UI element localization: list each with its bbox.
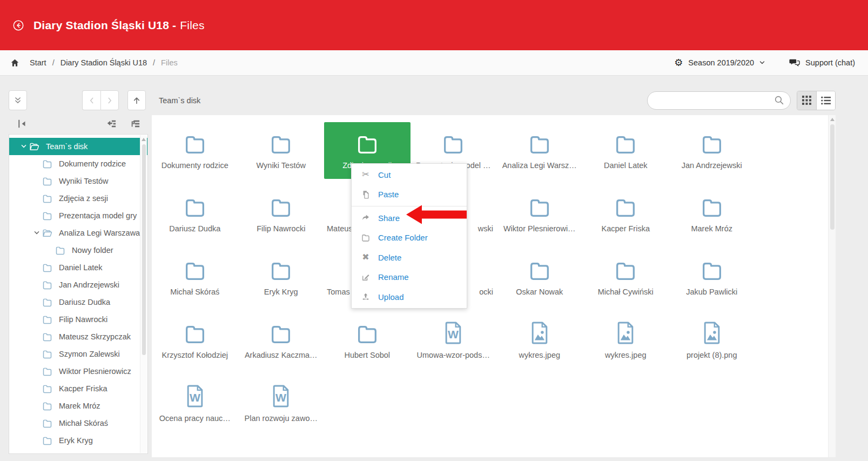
scrollbar-thumb[interactable] <box>830 124 835 230</box>
file-item-projekt-8-png[interactable]: projekt (8).png <box>669 312 755 369</box>
breadcrumb-item-start[interactable]: Start <box>30 58 46 67</box>
gear-icon: ⚙ <box>674 58 683 68</box>
breadcrumb-separator: / <box>52 58 55 67</box>
folder-item-eryk-kryg[interactable]: Eryk Kryg <box>238 249 325 305</box>
tree-item-jan-andrzejewski[interactable]: Jan Andrzejewski <box>9 276 147 293</box>
context-menu-item-upload[interactable]: Upload <box>352 287 467 307</box>
tree-item-szymon-zalewski[interactable]: Szymon Zalewski <box>9 345 147 363</box>
tree-indent <box>32 212 42 219</box>
tree-item-label: Tomasz Kaczmarek <box>59 453 127 454</box>
tree-indent <box>32 161 42 167</box>
folder-item-micha-cywinski[interactable]: Michał Cywiński <box>583 249 669 305</box>
folder-item-dokumenty-rodzice[interactable]: Dokumenty rodzice <box>152 122 238 179</box>
tree-item-team-s-disk[interactable]: Team`s disk <box>9 138 147 155</box>
file-item-label: wykres.jpeg <box>583 351 669 359</box>
tree-indent <box>32 368 42 375</box>
folder-icon <box>613 249 638 283</box>
context-menu-item-cut[interactable]: ✂Cut <box>352 165 467 185</box>
folder-icon <box>183 122 207 157</box>
file-item-ocena-pracy-nauc[interactable]: WOcena pracy nauc… <box>152 375 238 432</box>
tree-item-daniel-latek[interactable]: Daniel Latek <box>9 259 147 276</box>
folder-item-oskar-nowak[interactable]: Oskar Nowak <box>496 249 583 305</box>
folder-item-analiza-legi-warsz[interactable]: Analiza Legi Warsz… <box>496 122 583 179</box>
folder-item-dariusz-dudka[interactable]: Dariusz Dudka <box>152 185 238 242</box>
tree-item-kacper-friska[interactable]: Kacper Friska <box>9 380 147 397</box>
scroll-up-caret[interactable] <box>830 118 835 121</box>
folder-item-filip-nawrocki[interactable]: Filip Nawrocki <box>238 185 325 242</box>
folder-item-marek-mroz[interactable]: Marek Mróz <box>669 185 755 242</box>
tree-item-nowy-folder[interactable]: Nowy folder <box>9 242 147 259</box>
tree-item-wiktor-plesnierowicz[interactable]: Wiktor Plesnierowicz <box>9 363 147 380</box>
folder-item-wiktor-plesnierowi[interactable]: Wiktor Plesnierowi… <box>496 185 583 242</box>
home-icon[interactable] <box>10 58 20 68</box>
search-icon[interactable] <box>774 95 784 105</box>
tree-item-dariusz-dudka[interactable]: Dariusz Dudka <box>9 293 147 311</box>
context-menu-item-paste[interactable]: Paste <box>352 185 467 205</box>
scroll-up-caret[interactable] <box>142 138 146 141</box>
current-location-label: Team`s disk <box>159 96 200 105</box>
tree-item-label: Dariusz Dudka <box>59 298 110 306</box>
folder-item-arkadiusz-kaczma[interactable]: Arkadiusz Kaczma… <box>238 312 325 369</box>
chevron-down-icon[interactable] <box>19 143 29 150</box>
folder-item-wyniki-testow[interactable]: Wyniki Testów <box>238 122 325 179</box>
tree-indent <box>32 316 42 323</box>
tree-item-mateusz-skrzypczak[interactable]: Mateusz Skrzypczak <box>9 328 147 345</box>
search-input[interactable] <box>647 91 791 110</box>
tree-item-wyniki-testow[interactable]: Wyniki Testów <box>9 172 147 190</box>
expand-all-icon[interactable] <box>130 119 140 129</box>
scrollbar-thumb[interactable] <box>142 144 146 355</box>
chevron-down-icon[interactable] <box>32 230 42 236</box>
nav-forward-button[interactable] <box>100 90 119 110</box>
files-scrollbar[interactable] <box>828 115 836 457</box>
support-chat-link[interactable]: Support (chat) <box>789 58 855 68</box>
file-item-umowa-wzor-pods[interactable]: WUmowa-wzor-pods… <box>411 312 497 369</box>
tree-item-prezentacja-model-gry[interactable]: Prezentacja model gry <box>9 207 147 224</box>
collapse-sidebar-icon[interactable] <box>17 119 28 129</box>
context-menu-item-delete[interactable]: ✖Delete <box>352 248 467 268</box>
folder-icon <box>55 245 66 256</box>
folder-item-jan-andrzejewski[interactable]: Jan Andrzejewski <box>669 122 755 179</box>
folder-item-micha-skoras[interactable]: Michał Skóraś <box>152 249 238 305</box>
folder-item-hubert-sobol[interactable]: Hubert Sobol <box>324 312 411 369</box>
folder-item-jakub-pawlicki[interactable]: Jakub Pawlicki <box>669 249 755 305</box>
folder-icon <box>268 249 293 283</box>
tree-item-analiza-legi-warszawa[interactable]: Analiza Legi Warszawa <box>9 224 147 242</box>
tree-item-eryk-kryg[interactable]: Eryk Kryg <box>9 432 147 449</box>
nav-up-button[interactable] <box>127 90 146 110</box>
file-item-label: Jan Andrzejewski <box>669 161 755 170</box>
nav-back-button[interactable] <box>82 90 100 110</box>
context-menu-item-create-folder[interactable]: Create Folder <box>352 228 467 248</box>
list-view-button[interactable] <box>816 91 835 110</box>
tree-item-tomasz-kaczmarek[interactable]: Tomasz Kaczmarek <box>9 449 147 454</box>
file-item-wykres-jpeg[interactable]: wykres.jpeg <box>496 312 583 369</box>
word-file-icon: W <box>183 375 207 410</box>
tree-item-marek-mroz[interactable]: Marek Mróz <box>9 397 147 415</box>
tree-item-micha-skoras[interactable]: Michał Skóraś <box>9 415 147 432</box>
context-menu-item-rename[interactable]: Rename <box>352 268 467 288</box>
back-circle-icon[interactable] <box>12 19 25 32</box>
folder-icon <box>268 122 293 157</box>
breadcrumb-item-diary-stadion-slaski-u18[interactable]: Diary Stadion Śląski U18 <box>60 58 147 67</box>
folder-item-daniel-latek[interactable]: Daniel Latek <box>583 122 669 179</box>
folder-item-kacper-friska[interactable]: Kacper Friska <box>583 185 669 242</box>
file-item-label: Ocena pracy nauc… <box>152 414 238 423</box>
folder-icon <box>42 452 53 455</box>
season-selector[interactable]: ⚙ Season 2019/2020 <box>674 58 765 68</box>
collapse-panel-button[interactable] <box>9 90 27 110</box>
menu-item-label: Share <box>378 213 400 223</box>
collapse-all-icon[interactable] <box>106 119 117 129</box>
tree-item-dokumenty-rodzice[interactable]: Dokumenty rodzice <box>9 155 147 172</box>
grid-view-button[interactable] <box>797 91 816 110</box>
file-item-plan-rozwoju-zawo[interactable]: WPlan rozwoju zawo… <box>238 375 325 432</box>
svg-text:W: W <box>275 391 286 404</box>
folder-icon <box>183 312 207 346</box>
folder-icon <box>42 297 53 308</box>
tree-item-zdjecia-z-sesji[interactable]: Zdjęcia z sesji <box>9 190 147 207</box>
tree-indent <box>32 178 42 184</box>
tree-item-filip-nawrocki[interactable]: Filip Nawrocki <box>9 311 147 328</box>
file-item-label: Krzysztof Kołodziej <box>152 351 238 359</box>
sidebar-scrollbar[interactable] <box>140 135 147 453</box>
file-item-wykres-jpeg[interactable]: wykres.jpeg <box>583 312 669 369</box>
word-file-icon: W <box>269 375 293 410</box>
folder-item-krzysztof-ko-odziej[interactable]: Krzysztof Kołodziej <box>152 312 238 369</box>
